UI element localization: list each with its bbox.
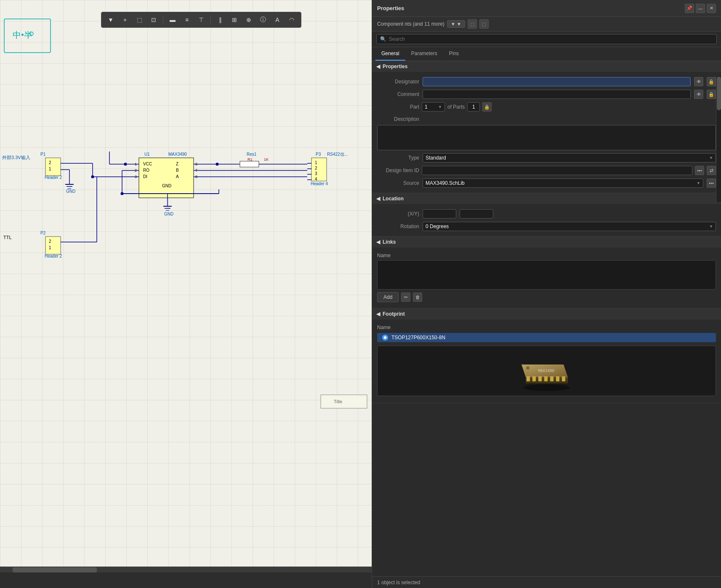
- search-input[interactable]: [389, 36, 713, 42]
- rotation-row: Rotation 0 Degrees ▼: [372, 220, 721, 233]
- panel-pin-btn[interactable]: 📌: [685, 4, 694, 13]
- filter-dropdown-btn[interactable]: ▼ ▼: [447, 20, 465, 28]
- footprint-section-header[interactable]: ◀ Footprint: [372, 309, 721, 319]
- panel-header-controls: 📌 — ✕: [685, 4, 716, 13]
- svg-text:3: 3: [315, 171, 317, 176]
- footprint-name-header: Name: [372, 323, 721, 332]
- svg-rect-45: [240, 161, 259, 167]
- tabs-row: General Parameters Pins: [372, 47, 721, 61]
- tab-parameters[interactable]: Parameters: [405, 47, 443, 61]
- designator-label: Designator: [377, 79, 419, 85]
- part-lock-btn[interactable]: 🔒: [482, 102, 492, 112]
- source-more-btn[interactable]: •••: [707, 178, 716, 188]
- vertical-scrollbar[interactable]: [716, 76, 721, 202]
- footprint-item[interactable]: TSOP127P600X150-8N: [377, 333, 716, 342]
- svg-text:GND: GND: [162, 184, 171, 188]
- type-label: Type: [377, 155, 419, 161]
- arc-toolbar-btn[interactable]: ◠: [286, 14, 298, 26]
- status-bar: 1 object is selected: [372, 576, 721, 588]
- filter-icon: ▼: [451, 21, 455, 27]
- text-toolbar-btn[interactable]: A: [271, 14, 283, 26]
- type-row: Type Standard ▼: [372, 152, 721, 164]
- comment-lock-btn[interactable]: 🔒: [707, 90, 716, 99]
- design-id-input[interactable]: Component_1: [422, 166, 692, 175]
- svg-point-85: [121, 192, 124, 195]
- horizontal-scrollbar[interactable]: [0, 567, 372, 572]
- scrollbar-thumb[interactable]: [717, 77, 721, 110]
- grid-toolbar-btn[interactable]: ⊞: [229, 14, 240, 26]
- footprint-radio-inner: [384, 336, 386, 339]
- filter-toolbar-btn[interactable]: ▼: [105, 14, 117, 26]
- select-toolbar-btn[interactable]: ⬚: [133, 14, 145, 26]
- svg-rect-99: [562, 376, 565, 381]
- location-collapse-icon: ◀: [376, 196, 380, 202]
- comment-eye-btn[interactable]: 👁: [694, 90, 703, 99]
- copy-btn[interactable]: ⬚: [468, 19, 477, 29]
- panel-close-btn[interactable]: ✕: [707, 4, 716, 13]
- part-label: Part: [377, 104, 419, 110]
- designator-eye-btn[interactable]: 👁: [694, 77, 703, 86]
- source-select[interactable]: MAX3490.SchLib ▼: [423, 178, 703, 188]
- designator-input[interactable]: U1: [423, 77, 691, 86]
- type-select[interactable]: Standard ▼: [423, 153, 716, 162]
- svg-text:TTL: TTL: [3, 235, 12, 240]
- location-section-header[interactable]: ◀ Location: [372, 193, 721, 204]
- description-textarea[interactable]: [377, 125, 716, 150]
- rotation-select[interactable]: 0 Degrees ▼: [423, 222, 716, 231]
- svg-rect-95: [538, 376, 542, 381]
- of-parts-label: of Parts: [447, 104, 465, 110]
- vcc-toolbar-btn[interactable]: ⊕: [243, 14, 255, 26]
- svg-text:2: 2: [49, 160, 51, 165]
- links-section-header[interactable]: ◀ Links: [372, 237, 721, 247]
- svg-text:U1: U1: [144, 152, 150, 157]
- power-toolbar-btn[interactable]: ⊤: [195, 14, 207, 26]
- svg-text:1: 1: [49, 167, 51, 171]
- svg-text:VCC: VCC: [143, 162, 152, 166]
- svg-text:RS422信...: RS422信...: [327, 152, 348, 157]
- highlight-toolbar-btn[interactable]: ⊡: [148, 14, 160, 26]
- toolbar-sep-2: [210, 16, 211, 24]
- tab-pins[interactable]: Pins: [443, 47, 465, 61]
- design-id-row: Design Item ID Component_1 ••• ⇄: [372, 164, 721, 177]
- net-toolbar-btn[interactable]: ≡: [181, 14, 193, 26]
- links-edit-btn[interactable]: ✏: [401, 293, 410, 302]
- y-input[interactable]: 4700mil: [460, 209, 493, 218]
- search-bar: 🔍: [372, 32, 721, 47]
- svg-rect-94: [532, 376, 536, 381]
- svg-rect-96: [544, 376, 548, 381]
- type-value: Standard: [426, 155, 446, 161]
- pin-toolbar-btn[interactable]: ∥: [214, 14, 226, 26]
- status-text: 1 object is selected: [377, 580, 420, 585]
- scrollbar-thumb[interactable]: [13, 567, 97, 572]
- svg-text:DI: DI: [143, 174, 147, 179]
- svg-text:P3: P3: [316, 152, 321, 157]
- schematic-canvas[interactable]: ▼ + ⬚ ⊡ ▬ ≡ ⊤ ∥ ⊞ ⊕ ⓘ A ◠ 中•半 外部3.3V输入 P…: [0, 0, 372, 572]
- links-section-title: Links: [383, 239, 396, 245]
- part-dropdown[interactable]: 1 ▼: [422, 102, 445, 112]
- location-section-title: Location: [383, 196, 404, 202]
- tab-general[interactable]: General: [375, 47, 405, 61]
- links-add-btn[interactable]: Add: [377, 292, 399, 302]
- links-name-header: Name: [372, 251, 721, 260]
- designator-lock-btn[interactable]: 🔒: [707, 77, 716, 86]
- links-delete-btn[interactable]: 🗑: [413, 293, 422, 302]
- location-section-content: (X/Y) 5000mil 4700mil Rotation 0 Degrees…: [372, 204, 721, 236]
- properties-section-header[interactable]: ◀ Properties: [372, 61, 721, 72]
- design-id-more-btn[interactable]: •••: [695, 166, 704, 175]
- info-toolbar-btn[interactable]: ⓘ: [257, 14, 269, 26]
- design-id-link-btn[interactable]: ⇄: [707, 166, 716, 175]
- rotation-chevron-icon: ▼: [709, 224, 713, 229]
- add-toolbar-btn[interactable]: +: [119, 14, 131, 26]
- bus-toolbar-btn[interactable]: ▬: [167, 14, 178, 26]
- panel-minimize-btn[interactable]: —: [696, 4, 705, 13]
- svg-text:外部3.3V输入: 外部3.3V输入: [2, 155, 30, 160]
- comment-input[interactable]: MAX3490: [423, 90, 691, 99]
- toolbar: ▼ + ⬚ ⊡ ▬ ≡ ⊤ ∥ ⊞ ⊕ ⓘ A ◠: [101, 12, 301, 28]
- of-parts-value: 1: [467, 102, 480, 112]
- source-chevron-icon: ▼: [697, 181, 700, 185]
- footprint-collapse-icon: ◀: [376, 311, 380, 317]
- x-input[interactable]: 5000mil: [423, 209, 456, 218]
- paste-btn[interactable]: ⬚: [479, 19, 489, 29]
- svg-text:GND: GND: [66, 189, 75, 194]
- panel-title: Properties: [377, 5, 404, 11]
